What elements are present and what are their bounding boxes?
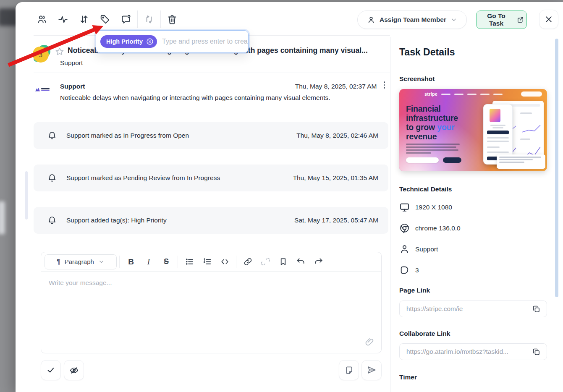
ordered-list-button[interactable] [199,254,215,269]
link-icon [243,257,253,267]
sort-arrows-icon [79,14,89,25]
copy-icon [532,305,541,314]
undo-button[interactable] [292,254,309,269]
content-scrollbar-thumb[interactable] [25,171,28,220]
internal-note-visibility-button[interactable] [64,360,84,380]
bullet-list-icon [185,257,194,267]
task-details-panel: Task Details Screenshot stripe Financial… [390,2,563,392]
send-icon [367,365,377,375]
check-icon [46,366,55,375]
browser-value: chrome 136.0.0 [415,225,461,232]
bookmark-icon [278,257,288,267]
tag-input-popup[interactable]: High Priority Type and press enter to cr… [96,30,249,53]
notification-text: Support marked as In Progress from Open [66,132,296,139]
paragraph-style-dropdown[interactable]: ¶ Paragraph [45,254,117,269]
task-count-avatar: 3 [33,45,50,63]
delete-task-button[interactable] [162,10,183,29]
browser-row: chrome 136.0.0 [399,223,461,233]
activity-button[interactable] [52,10,73,29]
paperclip-icon [364,337,374,347]
user-icon [399,244,410,254]
commenter-logo-avatar [35,83,50,96]
editor-separator [178,256,178,268]
sort-button[interactable] [73,10,94,29]
task-toolbar [31,9,183,29]
ordered-list-icon [202,257,212,267]
notification-text: Support added tag(s): High Priority [66,217,294,224]
comment-message: Noticeable delays when navigating or int… [60,94,386,102]
notification-row: Support marked as In Progress from Open … [34,122,388,149]
toolbar-separator [160,10,161,28]
screenshot-label: Screenshot [399,75,435,83]
task-screenshot-preview[interactable]: stripe Financial infrastructure to grow … [399,89,547,171]
notification-row: Support added tag(s): High Priority Sat,… [34,207,388,234]
swap-icon [144,14,154,25]
task-number-value: 3 [415,267,419,274]
task-author: Support [60,59,83,67]
comment-item: Support Thu, May 8, 2025, 02:37 AM Notic… [35,80,386,102]
stripe-logo: stripe [424,91,437,97]
task-number-row: 3 [399,265,419,275]
favorite-star-button[interactable] [55,47,65,57]
monitor-icon [399,202,410,212]
italic-button[interactable]: I [140,254,157,269]
note-button[interactable] [339,360,359,380]
hero-navbar: stripe [399,89,547,99]
strikethrough-button[interactable]: S [158,254,175,269]
chevron-down-icon [98,259,105,265]
bold-button[interactable]: B [123,254,139,269]
reporter-row: Support [399,244,438,254]
eye-off-icon [69,366,79,375]
notification-time: Thu, May 8, 2025, 02:46 AM [296,132,378,139]
italic-icon: I [147,257,150,267]
redo-icon [314,257,323,267]
star-icon [55,47,65,57]
tag-button[interactable] [94,10,115,29]
hero-contact-pill [521,91,542,97]
bell-icon [47,131,57,141]
comment-status-button[interactable] [115,10,136,29]
hero-start-button [443,157,461,163]
page-link-input[interactable]: https://stripe.com/ie [399,301,547,317]
page-link-label: Page Link [399,287,430,294]
page-link-value: https://stripe.com/ie [406,305,531,313]
code-button[interactable] [216,254,233,269]
person-icon [367,16,375,24]
swap-button [139,10,160,29]
message-placeholder: Write your message... [49,279,112,287]
attach-file-button[interactable] [364,337,374,347]
remove-tag-button[interactable] [146,37,154,46]
sidebar-scrollbar-thumb[interactable] [555,39,558,297]
send-button[interactable] [361,360,382,380]
copy-collaborate-link-button[interactable] [531,347,542,357]
collaborators-button[interactable] [31,10,52,29]
notification-time: Sat, May 17, 2025, 05:47 AM [294,217,378,224]
bookmark-button[interactable] [275,254,291,269]
task-count-badge: 3 [33,47,49,63]
editor-separator [119,256,120,268]
pilcrow-icon: ¶ [57,258,60,266]
tag-input-placeholder: Type and press enter to create [162,38,249,45]
sticky-note-icon [344,366,354,375]
resolve-button[interactable] [41,360,61,380]
bullet-list-button[interactable] [181,254,198,269]
hero-paragraph-lines [406,144,460,154]
unlink-button[interactable] [257,254,274,269]
editor-separator [236,256,236,268]
comment-menu-button[interactable] [383,80,386,90]
link-button[interactable] [239,254,256,269]
comment-author: Support [60,80,85,90]
message-editor: ¶ Paragraph B I S Write your message... [41,252,382,353]
notification-row: Support marked as Pending Review from In… [34,165,388,191]
toolbar-separator [137,10,138,28]
trash-icon [167,14,178,25]
code-icon [220,257,230,267]
redo-button[interactable] [310,254,327,269]
tag-chip: High Priority [100,35,157,48]
collaborate-link-input[interactable]: https://go.atarim.io/mxtbsz?taskid... [399,343,547,360]
copy-page-link-button[interactable] [531,304,542,314]
activity-icon [58,14,68,25]
message-input-area[interactable]: Write your message... [41,272,381,353]
unlink-icon [261,257,270,267]
notification-text: Support marked as Pending Review from In… [66,174,293,182]
